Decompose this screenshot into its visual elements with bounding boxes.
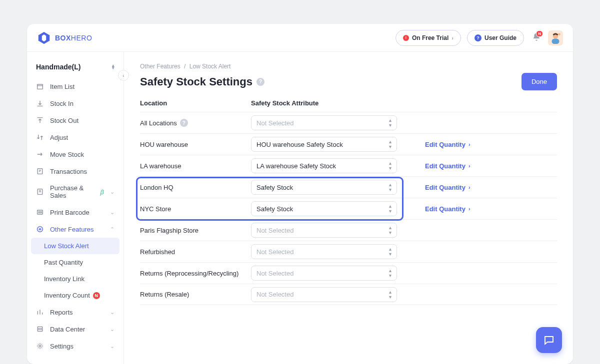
- trial-button[interactable]: ! On Free Trial ›: [396, 30, 461, 46]
- sidebar-data-center[interactable]: Data Center⌄: [27, 321, 124, 338]
- sidebar-sub-inventory-count[interactable]: Inventory CountN: [27, 287, 124, 304]
- chevron-updown-icon: ▴▾: [389, 204, 392, 214]
- attribute-select[interactable]: Safety Stock▴▾: [251, 201, 397, 216]
- sidebar-collapse-button[interactable]: ‹: [118, 70, 129, 81]
- plus-circle-icon: [36, 225, 44, 233]
- table-row: NYC StoreSafety Stock▴▾Edit Quantity›: [140, 198, 557, 219]
- help-icon[interactable]: ?: [256, 78, 264, 86]
- column-location: Location: [140, 99, 251, 107]
- sidebar-stock-out[interactable]: Stock Out: [27, 112, 124, 129]
- svg-rect-10: [38, 327, 42, 331]
- chevron-down-icon: ⌄: [110, 343, 114, 350]
- table-header: Location Safety Stock Attribute: [140, 99, 557, 112]
- guide-button[interactable]: ? User Guide: [467, 30, 524, 46]
- sidebar-sub-low-stock[interactable]: Low Stock Alert: [31, 238, 120, 254]
- chevron-right-icon: ›: [468, 163, 470, 169]
- help-icon: ?: [474, 34, 482, 41]
- chevron-down-icon: ⌄: [110, 326, 114, 333]
- location-cell: LA warehouse: [140, 162, 251, 170]
- breadcrumb-child[interactable]: Low Stock Alert: [190, 63, 231, 70]
- chevron-updown-icon: ▴▾: [389, 161, 392, 171]
- sidebar-settings[interactable]: Settings⌄: [27, 338, 124, 355]
- table-row: Returns (Reprocessing/Recycling)Not Sele…: [140, 262, 557, 284]
- svg-rect-3: [552, 38, 560, 44]
- topbar: BOXHERO ! On Free Trial › ? User Guide N: [27, 24, 573, 52]
- new-badge: N: [93, 292, 100, 299]
- sidebar-sub-inventory-link[interactable]: Inventory Link: [27, 271, 124, 287]
- sidebar-print-barcode[interactable]: Print Barcode⌄: [27, 204, 124, 221]
- sidebar-purchase-sales[interactable]: Purchase & Salesβ⌄: [27, 180, 124, 204]
- location-cell: All Locations?: [140, 119, 251, 127]
- help-icon[interactable]: ?: [180, 119, 188, 127]
- sidebar-stock-in[interactable]: Stock In: [27, 95, 124, 112]
- done-button[interactable]: Done: [522, 73, 557, 90]
- download-icon: [36, 99, 44, 107]
- chevron-down-icon: ⌄: [110, 309, 114, 316]
- chevron-updown-icon: ▴▾: [389, 268, 392, 278]
- attribute-select[interactable]: Not Selected▴▾: [251, 287, 397, 302]
- chevron-right-icon: ›: [452, 35, 454, 41]
- arrow-right-icon: [36, 150, 44, 158]
- chevron-updown-icon: ▴▾: [389, 290, 392, 300]
- chevron-updown-icon: ▴▾: [389, 182, 392, 192]
- upload-icon: [36, 116, 44, 124]
- location-cell: HOU warehouse: [140, 141, 251, 148]
- chat-fab[interactable]: [536, 327, 562, 353]
- svg-rect-5: [38, 84, 43, 89]
- attribute-select[interactable]: Not Selected▴▾: [251, 115, 397, 130]
- edit-quantity-link[interactable]: Edit Quantity›: [397, 162, 470, 170]
- attribute-select[interactable]: LA warehouse Safety Stock▴▾: [251, 158, 397, 173]
- table-row: HOU warehouseHOU warehouse Safety Stock▴…: [140, 133, 557, 155]
- sidebar: Handmade(L) ▴▾ ‹ Item List Stock In Stoc…: [27, 52, 124, 364]
- edit-quantity-link[interactable]: Edit Quantity›: [397, 205, 470, 213]
- logo-icon: [37, 31, 51, 45]
- logo-text: BOXHERO: [55, 34, 92, 42]
- sidebar-reports[interactable]: Reports⌄: [27, 304, 124, 321]
- attribute-select[interactable]: HOU warehouse Safety Stock▴▾: [251, 137, 397, 152]
- alert-icon: !: [403, 35, 409, 41]
- workspace-selector[interactable]: Handmade(L) ▴▾: [27, 59, 124, 78]
- sidebar-move-stock[interactable]: Move Stock: [27, 146, 124, 163]
- main-content: Other Features / Low Stock Alert Safety …: [124, 52, 573, 364]
- edit-quantity-link[interactable]: Edit Quantity›: [397, 184, 470, 191]
- table-body: All Locations?Not Selected▴▾HOU warehous…: [140, 112, 557, 305]
- sort-icon: ▴▾: [112, 64, 114, 70]
- chevron-updown-icon: ▴▾: [389, 247, 392, 257]
- chevron-up-icon: ⌃: [110, 226, 114, 233]
- logo[interactable]: BOXHERO: [37, 31, 92, 45]
- sidebar-other-features[interactable]: Other Features⌃: [27, 221, 124, 238]
- sidebar-adjust[interactable]: Adjust: [27, 129, 124, 146]
- chevron-right-icon: ›: [468, 141, 470, 147]
- chevron-down-icon: ⌄: [110, 189, 114, 195]
- location-cell: Returns (Reprocessing/Recycling): [140, 270, 251, 277]
- edit-quantity-link[interactable]: Edit Quantity›: [397, 141, 470, 148]
- notifications-button[interactable]: N: [532, 32, 541, 43]
- document-icon: [36, 188, 44, 196]
- receipt-icon: [36, 167, 44, 175]
- attribute-select[interactable]: Not Selected▴▾: [251, 223, 397, 238]
- adjust-icon: [36, 133, 44, 141]
- location-cell: London HQ: [140, 184, 251, 191]
- barcode-icon: [36, 208, 44, 216]
- table-row: RefurbishedNot Selected▴▾: [140, 241, 557, 262]
- column-attribute: Safety Stock Attribute: [251, 99, 397, 107]
- avatar[interactable]: [548, 30, 563, 45]
- sidebar-sub-past-quantity[interactable]: Past Quantity: [27, 254, 124, 271]
- chat-icon: [543, 334, 555, 346]
- breadcrumb: Other Features / Low Stock Alert: [140, 63, 557, 70]
- sidebar-transactions[interactable]: Transactions: [27, 163, 124, 180]
- attribute-select[interactable]: Not Selected▴▾: [251, 266, 397, 281]
- attribute-select[interactable]: Not Selected▴▾: [251, 244, 397, 259]
- app-window: BOXHERO ! On Free Trial › ? User Guide N…: [27, 24, 573, 364]
- attribute-select[interactable]: Safety Stock▴▾: [251, 180, 397, 195]
- location-cell: Returns (Resale): [140, 291, 251, 298]
- sidebar-item-list[interactable]: Item List: [27, 78, 124, 95]
- chevron-updown-icon: ▴▾: [389, 118, 392, 128]
- box-icon: [36, 82, 44, 90]
- breadcrumb-parent[interactable]: Other Features: [140, 63, 180, 70]
- chevron-right-icon: ›: [468, 206, 470, 212]
- table-row: All Locations?Not Selected▴▾: [140, 112, 557, 133]
- location-cell: Paris Flagship Store: [140, 227, 251, 234]
- page-title: Safety Stock Settings ?: [140, 75, 264, 88]
- notification-badge: N: [536, 30, 543, 37]
